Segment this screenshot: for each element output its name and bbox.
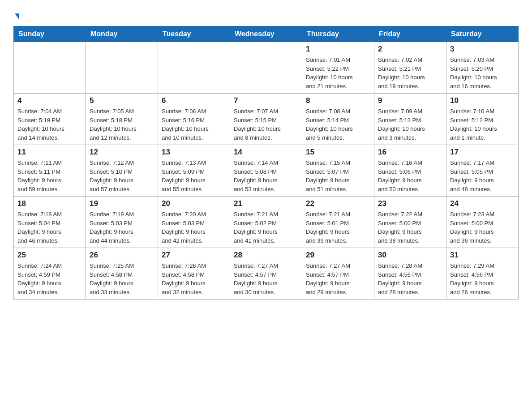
day-number: 24 [450,199,515,208]
calendar-week-row: 11Sunrise: 7:11 AMSunset: 5:11 PMDayligh… [14,145,519,197]
day-number: 5 [90,96,154,105]
day-sun-info: Sunrise: 7:05 AMSunset: 5:18 PMDaylight:… [90,107,154,142]
day-number: 7 [234,96,298,105]
day-number: 10 [450,96,515,105]
day-sun-info: Sunrise: 7:23 AMSunset: 5:00 PMDaylight:… [450,210,515,245]
day-sun-info: Sunrise: 7:11 AMSunset: 5:11 PMDaylight:… [17,158,82,193]
calendar-header-row: SundayMondayTuesdayWednesdayThursdayFrid… [14,26,519,42]
day-number: 11 [17,148,82,157]
day-number: 23 [378,199,442,208]
calendar-table: SundayMondayTuesdayWednesdayThursdayFrid… [13,26,519,300]
calendar-cell: 31Sunrise: 7:29 AMSunset: 4:56 PMDayligh… [446,248,519,300]
day-sun-info: Sunrise: 7:06 AMSunset: 5:16 PMDaylight:… [162,107,226,142]
logo-triangle-icon [15,13,19,20]
calendar-cell: 13Sunrise: 7:13 AMSunset: 5:09 PMDayligh… [158,145,230,197]
day-sun-info: Sunrise: 7:01 AMSunset: 5:22 PMDaylight:… [306,56,370,90]
calendar-cell: 28Sunrise: 7:27 AMSunset: 4:57 PMDayligh… [230,248,302,300]
day-sun-info: Sunrise: 7:08 AMSunset: 5:14 PMDaylight:… [306,107,370,142]
calendar-cell: 1Sunrise: 7:01 AMSunset: 5:22 PMDaylight… [302,42,374,94]
day-sun-info: Sunrise: 7:25 AMSunset: 4:58 PMDaylight:… [90,261,154,296]
day-number: 4 [17,96,82,105]
calendar-cell: 24Sunrise: 7:23 AMSunset: 5:00 PMDayligh… [446,197,519,248]
day-number: 19 [90,199,154,208]
day-sun-info: Sunrise: 7:20 AMSunset: 5:03 PMDaylight:… [162,210,226,245]
day-sun-info: Sunrise: 7:21 AMSunset: 5:02 PMDaylight:… [234,210,298,245]
logo [13,9,19,21]
day-sun-info: Sunrise: 7:10 AMSunset: 5:12 PMDaylight:… [450,107,515,142]
day-number: 18 [17,199,82,208]
calendar-week-row: 25Sunrise: 7:24 AMSunset: 4:59 PMDayligh… [14,248,519,300]
calendar-cell: 26Sunrise: 7:25 AMSunset: 4:58 PMDayligh… [86,248,158,300]
day-number: 31 [450,251,515,260]
day-sun-info: Sunrise: 7:18 AMSunset: 5:04 PMDaylight:… [17,210,82,245]
day-sun-info: Sunrise: 7:07 AMSunset: 5:15 PMDaylight:… [234,107,298,142]
day-sun-info: Sunrise: 7:15 AMSunset: 5:07 PMDaylight:… [306,158,370,193]
day-number: 3 [450,45,515,54]
day-number: 29 [306,251,370,260]
day-sun-info: Sunrise: 7:03 AMSunset: 5:20 PMDaylight:… [450,56,515,90]
day-sun-info: Sunrise: 7:27 AMSunset: 4:57 PMDaylight:… [234,261,298,296]
calendar-cell: 5Sunrise: 7:05 AMSunset: 5:18 PMDaylight… [86,94,158,145]
day-number: 28 [234,251,298,260]
calendar-cell: 17Sunrise: 7:17 AMSunset: 5:05 PMDayligh… [446,145,519,197]
day-sun-info: Sunrise: 7:21 AMSunset: 5:01 PMDaylight:… [306,210,370,245]
logo-top-line [13,9,19,21]
calendar-cell: 20Sunrise: 7:20 AMSunset: 5:03 PMDayligh… [158,197,230,248]
day-number: 25 [17,251,82,260]
day-sun-info: Sunrise: 7:16 AMSunset: 5:06 PMDaylight:… [378,158,442,193]
day-sun-info: Sunrise: 7:13 AMSunset: 5:09 PMDaylight:… [162,158,226,193]
day-number: 27 [162,251,226,260]
day-sun-info: Sunrise: 7:28 AMSunset: 4:56 PMDaylight:… [378,261,442,296]
calendar-cell: 27Sunrise: 7:26 AMSunset: 4:58 PMDayligh… [158,248,230,300]
day-sun-info: Sunrise: 7:24 AMSunset: 4:59 PMDaylight:… [17,261,82,296]
day-number: 6 [162,96,226,105]
day-number: 9 [378,96,442,105]
calendar-cell: 25Sunrise: 7:24 AMSunset: 4:59 PMDayligh… [14,248,86,300]
day-number: 1 [306,45,370,54]
day-sun-info: Sunrise: 7:27 AMSunset: 4:57 PMDaylight:… [306,261,370,296]
calendar-cell: 29Sunrise: 7:27 AMSunset: 4:57 PMDayligh… [302,248,374,300]
day-number: 8 [306,96,370,105]
calendar-cell: 16Sunrise: 7:16 AMSunset: 5:06 PMDayligh… [374,145,446,197]
calendar-week-row: 1Sunrise: 7:01 AMSunset: 5:22 PMDaylight… [14,42,519,94]
calendar-cell [230,42,302,94]
calendar-cell: 7Sunrise: 7:07 AMSunset: 5:15 PMDaylight… [230,94,302,145]
day-number: 2 [378,45,442,54]
day-number: 20 [162,199,226,208]
day-sun-info: Sunrise: 7:09 AMSunset: 5:13 PMDaylight:… [378,107,442,142]
calendar-cell: 23Sunrise: 7:22 AMSunset: 5:00 PMDayligh… [374,197,446,248]
calendar-cell [86,42,158,94]
calendar-cell [158,42,230,94]
calendar-week-row: 18Sunrise: 7:18 AMSunset: 5:04 PMDayligh… [14,197,519,248]
day-sun-info: Sunrise: 7:17 AMSunset: 5:05 PMDaylight:… [450,158,515,193]
calendar-cell [14,42,86,94]
calendar-cell: 15Sunrise: 7:15 AMSunset: 5:07 PMDayligh… [302,145,374,197]
weekday-header-tuesday: Tuesday [158,26,230,42]
day-sun-info: Sunrise: 7:29 AMSunset: 4:56 PMDaylight:… [450,261,515,296]
day-sun-info: Sunrise: 7:12 AMSunset: 5:10 PMDaylight:… [90,158,154,193]
calendar-cell: 11Sunrise: 7:11 AMSunset: 5:11 PMDayligh… [14,145,86,197]
calendar-cell: 21Sunrise: 7:21 AMSunset: 5:02 PMDayligh… [230,197,302,248]
day-number: 30 [378,251,442,260]
day-number: 14 [234,148,298,157]
calendar-cell: 4Sunrise: 7:04 AMSunset: 5:19 PMDaylight… [14,94,86,145]
day-number: 13 [162,148,226,157]
calendar-cell: 12Sunrise: 7:12 AMSunset: 5:10 PMDayligh… [86,145,158,197]
calendar-cell: 22Sunrise: 7:21 AMSunset: 5:01 PMDayligh… [302,197,374,248]
day-number: 22 [306,199,370,208]
calendar-cell: 3Sunrise: 7:03 AMSunset: 5:20 PMDaylight… [446,42,519,94]
day-sun-info: Sunrise: 7:14 AMSunset: 5:08 PMDaylight:… [234,158,298,193]
weekday-header-friday: Friday [374,26,446,42]
calendar-cell: 18Sunrise: 7:18 AMSunset: 5:04 PMDayligh… [14,197,86,248]
day-sun-info: Sunrise: 7:22 AMSunset: 5:00 PMDaylight:… [378,210,442,245]
day-number: 16 [378,148,442,157]
day-number: 26 [90,251,154,260]
weekday-header-wednesday: Wednesday [230,26,302,42]
day-sun-info: Sunrise: 7:02 AMSunset: 5:21 PMDaylight:… [378,56,442,90]
day-number: 21 [234,199,298,208]
weekday-header-thursday: Thursday [302,26,374,42]
weekday-header-monday: Monday [86,26,158,42]
day-sun-info: Sunrise: 7:04 AMSunset: 5:19 PMDaylight:… [17,107,82,142]
page-header [13,9,519,21]
day-number: 15 [306,148,370,157]
